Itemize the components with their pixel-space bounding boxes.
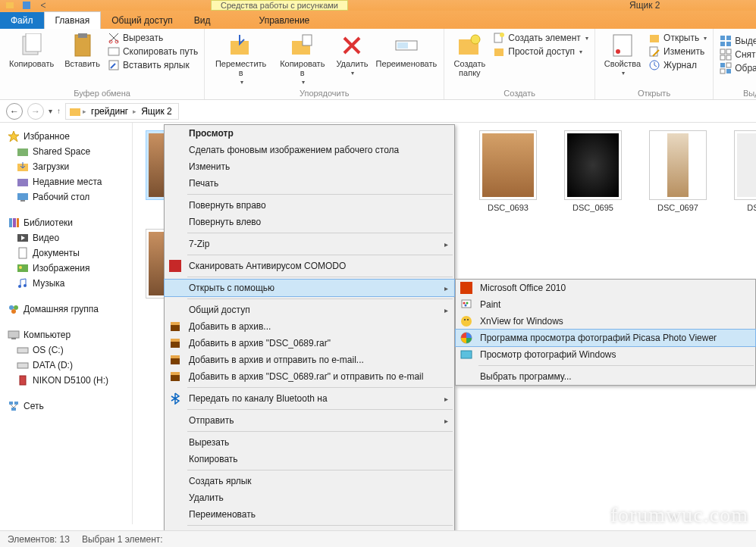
sm-win-viewer[interactable]: Просмотр фотографий Windows: [456, 346, 755, 363]
file-thumb[interactable]: DSC_0695: [559, 130, 627, 212]
copy-button[interactable]: Копировать: [6, 32, 57, 71]
properties-button[interactable]: Свойства: [601, 32, 644, 78]
sidebar-downloads[interactable]: Загрузки: [3, 159, 129, 174]
up-button[interactable]: ↑: [57, 107, 61, 115]
sidebar-network[interactable]: Сеть: [3, 399, 129, 414]
sidebar-homegroup[interactable]: Домашняя группа: [3, 302, 129, 317]
svg-point-76: [463, 302, 466, 305]
new-item-button[interactable]: Создать элемент: [493, 32, 588, 44]
forward-button[interactable]: →: [27, 103, 44, 120]
sidebar-desktop[interactable]: Рабочий стол: [3, 189, 129, 205]
open-button[interactable]: Открыть: [648, 32, 707, 44]
cm-rename[interactable]: Переименовать: [165, 506, 454, 523]
svg-rect-37: [70, 108, 80, 116]
cm-copy[interactable]: Копировать: [165, 451, 454, 467]
file-thumb[interactable]: DSC_0693: [474, 130, 542, 212]
cm-cut[interactable]: Вырезать: [165, 434, 454, 451]
sidebar-drive-c[interactable]: OS (C:): [3, 342, 129, 358]
tab-view[interactable]: Вид: [184, 12, 221, 29]
svg-rect-58: [11, 338, 16, 339]
svg-point-51: [19, 266, 22, 269]
tab-home[interactable]: Главная: [44, 11, 102, 29]
svg-rect-20: [613, 35, 632, 56]
undo-icon[interactable]: [39, 2, 47, 9]
chevron-right-icon: ▸: [444, 306, 448, 314]
cm-open-with[interactable]: Открыть с помощью▸: [165, 280, 454, 296]
sm-choose[interactable]: Выбрать программу...: [456, 368, 755, 385]
sidebar-music[interactable]: Музыка: [3, 276, 129, 291]
select-all-button[interactable]: Выделить все: [720, 35, 756, 47]
history-button[interactable]: Журнал: [648, 59, 707, 71]
back-button[interactable]: ←: [6, 103, 23, 120]
cm-bluetooth[interactable]: Передать по каналу Bluetooth на▸: [165, 390, 454, 407]
select-none-button[interactable]: Снять выделени: [720, 48, 756, 61]
copy-to-button[interactable]: Копировать в: [275, 32, 329, 87]
cm-rotate-left[interactable]: Повернуть влево: [165, 214, 454, 230]
cm-share[interactable]: Общий доступ▸: [165, 302, 454, 318]
sidebar-drive-h[interactable]: NIKON D5100 (H:): [3, 373, 129, 388]
cm-send-to[interactable]: Отправить▸: [165, 412, 454, 429]
sm-picasa[interactable]: Программа просмотра фотографий Picasa Ph…: [456, 330, 755, 346]
svg-rect-14: [397, 42, 408, 48]
cm-edit[interactable]: Изменить: [165, 158, 454, 175]
sidebar-libraries[interactable]: Библиотеки: [3, 215, 129, 230]
breadcrumb-seg2[interactable]: Ящик 2: [138, 106, 175, 117]
cm-scan-comodo[interactable]: Сканировать Антивирусом COMODO: [165, 258, 454, 274]
svg-rect-5: [78, 33, 87, 38]
new-folder-button[interactable]: Создать папку: [450, 32, 488, 79]
history-dropdown[interactable]: ▾: [49, 107, 52, 115]
file-thumb[interactable]: DSC_06: [729, 130, 756, 212]
svg-rect-61: [20, 376, 26, 385]
invert-selection-button[interactable]: Обратить выдел: [720, 62, 756, 74]
cm-shortcut[interactable]: Создать ярлык: [165, 473, 454, 489]
paste-button[interactable]: Вставить: [61, 32, 103, 71]
svg-rect-0: [6, 2, 14, 8]
cm-add-email[interactable]: Добавить в архив и отправить по e-mail..…: [165, 352, 454, 368]
chevron-right-icon: ▸: [444, 284, 448, 292]
cm-add-rar-email[interactable]: Добавить в архив "DSC_0689.rar" и отправ…: [165, 368, 454, 385]
copy-path-button[interactable]: Скопировать путь: [108, 45, 198, 58]
cm-rotate-right[interactable]: Повернуть вправо: [165, 197, 454, 214]
svg-rect-67: [171, 322, 180, 325]
cm-add-archive[interactable]: Добавить в архив...: [165, 318, 454, 335]
sidebar-favorites[interactable]: Избранное: [3, 129, 129, 144]
svg-point-77: [466, 302, 469, 305]
paint-icon: [460, 299, 472, 311]
easy-access-button[interactable]: Простой доступ: [493, 45, 588, 58]
group-select: Выделить все Снять выделени Обратить выд…: [714, 29, 756, 99]
file-thumb[interactable]: DSC_0697: [644, 130, 712, 212]
svg-point-81: [467, 319, 469, 320]
svg-rect-65: [169, 260, 181, 272]
sidebar-recent[interactable]: Недавние места: [3, 174, 129, 189]
folder-icon: [69, 105, 81, 117]
breadcrumb[interactable]: ▸ грейдинг ▸ Ящик 2: [65, 103, 179, 120]
paste-shortcut-button[interactable]: Вставить ярлык: [108, 59, 198, 71]
rename-button[interactable]: Переименовать: [375, 32, 438, 87]
cm-delete[interactable]: Удалить: [165, 489, 454, 506]
save-icon[interactable]: [23, 2, 30, 9]
edit-button[interactable]: Изменить: [648, 45, 707, 58]
sidebar-pictures[interactable]: Изображения: [3, 261, 129, 276]
cm-set-wallpaper[interactable]: Сделать фоновым изображением рабочего ст…: [165, 142, 454, 158]
cut-button[interactable]: Вырезать: [108, 32, 198, 44]
tab-share[interactable]: Общий доступ: [101, 12, 184, 29]
move-to-button[interactable]: Переместить в: [211, 32, 271, 87]
tab-file[interactable]: Файл: [0, 12, 44, 29]
cm-print[interactable]: Печать: [165, 175, 454, 192]
tab-manage[interactable]: Управление: [249, 12, 321, 29]
sidebar-documents[interactable]: Документы: [3, 245, 129, 261]
sidebar-videos[interactable]: Видео: [3, 230, 129, 245]
svg-marker-38: [8, 131, 19, 142]
svg-rect-8: [108, 48, 119, 55]
breadcrumb-seg1[interactable]: грейдинг: [88, 106, 131, 117]
sm-office[interactable]: Microsoft Office 2010: [456, 280, 755, 296]
sidebar-drive-d[interactable]: DATA (D:): [3, 358, 129, 373]
sm-xnview[interactable]: XnView for Windows: [456, 313, 755, 330]
sidebar-computer[interactable]: Компьютер: [3, 327, 129, 342]
sm-paint[interactable]: Paint: [456, 296, 755, 313]
cm-7zip[interactable]: 7-Zip▸: [165, 236, 454, 252]
cm-add-rar[interactable]: Добавить в архив "DSC_0689.rar": [165, 335, 454, 352]
sidebar-shared-space[interactable]: Shared Space: [3, 144, 129, 159]
delete-button[interactable]: Удалить: [334, 32, 370, 87]
cm-preview[interactable]: Просмотр: [165, 125, 454, 142]
